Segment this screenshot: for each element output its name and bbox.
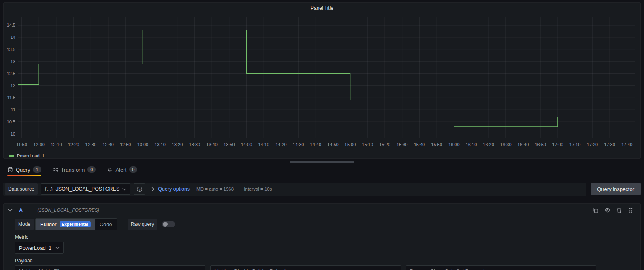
raw-query-toggle[interactable] [162,221,175,227]
payload-section-label: Payload [15,258,636,264]
svg-text:17:40: 17:40 [621,142,633,147]
query-editor-body: Mode Builder Experimental Code Raw query… [4,217,640,270]
svg-text:12:10: 12:10 [51,142,62,147]
toggle-knob [163,222,168,227]
svg-text:14:10: 14:10 [258,142,269,147]
svg-text:12:20: 12:20 [68,142,79,147]
datasource-label: Data source [5,183,38,195]
svg-text:11: 11 [11,107,15,112]
svg-text:15:20: 15:20 [379,142,390,147]
metric-filter-input[interactable]: Metric > Metric Filter: PowerLoad [15,265,205,270]
drag-handle-icon[interactable] [628,207,634,213]
show-only-set-parameter-select[interactable]: Param > Show Only Set Parameter: [406,265,596,270]
svg-text:14: 14 [11,35,15,40]
datasource-row: Data source {…} JSON_LOCAL_POSTGRES ? Qu… [3,183,641,196]
svg-text:12:00: 12:00 [33,142,45,147]
panel-resize-handle[interactable] [290,161,354,163]
bell-icon [107,167,113,172]
tab-count-badge: 1 [33,166,41,173]
chevron-down-icon [122,188,126,191]
svg-text:12: 12 [11,83,15,88]
svg-text:15:40: 15:40 [414,142,425,147]
mode-code-label: Code [100,221,112,227]
svg-text:15:10: 15:10 [362,142,373,147]
metric-section-label: Metric [15,234,636,240]
svg-text:12.5: 12.5 [7,71,15,76]
mode-row: Mode Builder Experimental Code Raw query [15,218,636,230]
braces-icon: {…} [45,187,53,191]
svg-text:14:20: 14:20 [275,142,287,147]
tab-count-badge: 0 [87,166,96,173]
query-inspector-button[interactable]: Query inspector [591,183,641,195]
duplicate-icon[interactable] [593,207,599,213]
svg-text:12:50: 12:50 [120,142,131,147]
tab-transform[interactable]: Transform 0 [53,166,96,176]
field-label: Metric > Metric Filter: [19,268,66,270]
mode-builder-label: Builder [40,221,56,227]
experimental-badge: Experimental [60,221,91,227]
tab-label: Transform [61,167,85,173]
legend-label: PowerLoad_1 [17,153,45,158]
svg-text:11.5: 11.5 [7,95,15,100]
svg-text:13:10: 13:10 [154,142,166,147]
svg-text:15:30: 15:30 [397,142,408,147]
svg-text:12:30: 12:30 [85,142,97,147]
shuffle-icon [53,167,58,172]
svg-text:16:30: 16:30 [500,142,512,147]
metric-select[interactable]: PowerLoad_1 [15,242,64,254]
tab-query[interactable]: Query 1 [7,166,41,176]
mode-label: Mode [15,219,34,230]
legend-item[interactable]: PowerLoad_1 [4,153,640,159]
tab-count-badge: 0 [129,166,137,173]
svg-text:11:50: 11:50 [16,142,27,147]
field-label: Param > Show Only Set Parameter: [410,268,490,270]
tab-alert[interactable]: Alert 0 [107,166,137,176]
svg-text:13:50: 13:50 [224,142,235,147]
disable-builder-refresh-select[interactable]: Metric > Disable Builder Refresh: [210,265,401,270]
query-row-actions [593,207,636,213]
svg-text:13:20: 13:20 [172,142,183,147]
svg-text:17:10: 17:10 [569,142,581,147]
query-options-label: Query options [158,186,190,192]
collapse-chevron-icon[interactable] [8,208,13,212]
svg-text:12:40: 12:40 [102,142,114,147]
query-editor-row-a: A (JSON_LOCAL_POSTGRES) [3,203,641,270]
svg-text:16:00: 16:00 [448,142,460,147]
svg-text:14:40: 14:40 [310,142,322,147]
svg-text:17:30: 17:30 [604,142,615,147]
svg-text:17:20: 17:20 [587,142,598,147]
svg-text:16:10: 16:10 [466,142,477,147]
query-ref-id: A [19,207,23,213]
query-row-header: A (JSON_LOCAL_POSTGRES) [4,204,640,217]
timeseries-panel: Panel Title 1010.51111.51212.51313.51414… [3,2,641,159]
svg-text:16:20: 16:20 [483,142,494,147]
field-value: PowerLoad [69,268,96,270]
svg-text:?: ? [139,187,141,191]
metric-select-value: PowerLoad_1 [19,245,51,251]
svg-text:14:00: 14:00 [241,142,252,147]
question-circle-icon: ? [136,186,143,192]
raw-query-label: Raw query [128,219,157,230]
trash-icon[interactable] [616,207,622,213]
svg-text:15:00: 15:00 [345,142,356,147]
time-series-plot[interactable]: 1010.51111.51212.51313.51414.511:5012:00… [4,13,640,153]
datasource-help-button[interactable]: ? [134,183,145,195]
svg-text:15:50: 15:50 [431,142,442,147]
field-label: Metric > Disable Builder Refresh: [214,268,288,270]
mode-radio-group: Builder Experimental Code [35,218,117,230]
tab-label: Query [16,167,30,173]
svg-text:16:40: 16:40 [518,142,529,147]
legend-swatch [9,155,14,157]
chevron-right-icon [151,187,154,191]
hide-response-eye-icon[interactable] [604,207,610,213]
mode-option-code[interactable]: Code [95,219,117,230]
mode-option-builder[interactable]: Builder Experimental [36,219,95,230]
tab-label: Alert [115,167,126,173]
svg-text:14:30: 14:30 [293,142,304,147]
datasource-picker[interactable]: {…} JSON_LOCAL_POSTGRES [41,183,131,195]
svg-text:14:50: 14:50 [327,142,339,147]
query-options-toggle[interactable]: Query options MD = auto = 1968 Interval … [151,186,272,192]
svg-text:13:00: 13:00 [137,142,149,147]
svg-text:13: 13 [11,59,15,64]
svg-text:10.5: 10.5 [7,119,15,124]
